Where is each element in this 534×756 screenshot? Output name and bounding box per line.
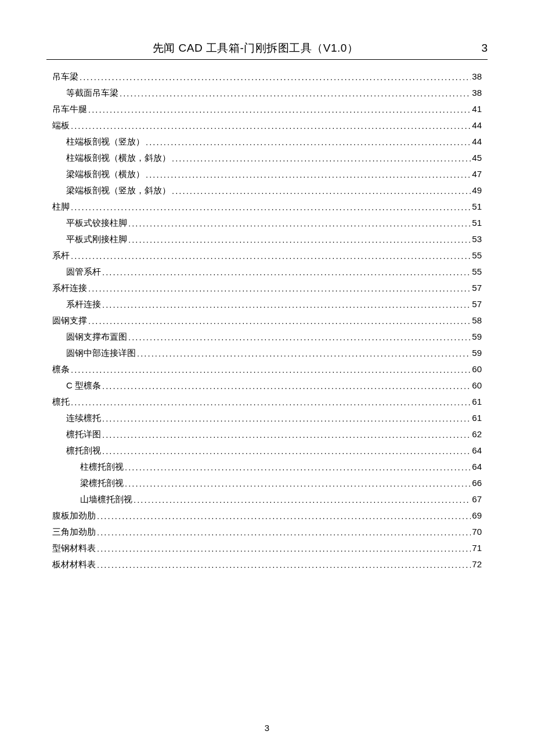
toc-entry[interactable]: 檩条60 bbox=[52, 363, 482, 375]
toc-entry[interactable]: 檩托详图62 bbox=[52, 428, 482, 440]
toc-leader-dots bbox=[88, 103, 471, 116]
toc-leader-dots bbox=[102, 412, 471, 424]
toc-entry[interactable]: 檩托剖视64 bbox=[52, 444, 482, 456]
toc-leader-dots bbox=[102, 380, 471, 392]
toc-leader-dots bbox=[120, 87, 471, 99]
toc-leader-dots bbox=[125, 477, 471, 489]
toc-entry-label: C 型檩条 bbox=[66, 379, 101, 391]
toc-entry-page: 71 bbox=[472, 542, 482, 554]
toc-entry[interactable]: 吊车牛腿41 bbox=[52, 103, 482, 115]
header-title: 先闻 CAD 工具箱-门刚拆图工具（V1.0） bbox=[46, 41, 464, 56]
toc-entry[interactable]: 梁端板剖视（竖放，斜放）49 bbox=[52, 184, 482, 196]
toc-entry[interactable]: 平板式刚接柱脚53 bbox=[52, 233, 482, 245]
toc-entry[interactable]: 梁檩托剖视66 bbox=[52, 477, 482, 489]
toc-leader-dots bbox=[128, 233, 471, 246]
toc-entry[interactable]: 等截面吊车梁38 bbox=[52, 87, 482, 99]
toc-leader-dots bbox=[97, 542, 471, 555]
toc-entry[interactable]: 柱端板剖视（横放，斜放）45 bbox=[52, 152, 482, 164]
toc-leader-dots bbox=[125, 461, 471, 473]
toc-entry-page: 44 bbox=[472, 135, 482, 147]
toc-entry-label: 吊车牛腿 bbox=[52, 103, 87, 115]
toc-entry[interactable]: 圆钢支撑58 bbox=[52, 314, 482, 326]
toc-entry-page: 61 bbox=[472, 395, 482, 408]
toc-entry-label: 圆钢中部连接详图 bbox=[66, 347, 136, 359]
toc-entry[interactable]: C 型檩条60 bbox=[52, 379, 482, 391]
toc-entry-page: 64 bbox=[472, 460, 482, 473]
toc-leader-dots bbox=[102, 445, 471, 457]
toc-entry[interactable]: 梁端板剖视（横放）47 bbox=[52, 168, 482, 180]
toc-entry-label: 吊车梁 bbox=[52, 70, 78, 82]
table-of-contents: 吊车梁38等截面吊车梁38吊车牛腿41端板44柱端板剖视（竖放）44柱端板剖视（… bbox=[46, 70, 488, 570]
toc-entry-page: 53 bbox=[472, 233, 482, 245]
toc-entry-page: 45 bbox=[472, 152, 482, 164]
toc-entry-label: 圆管系杆 bbox=[66, 265, 101, 278]
toc-entry[interactable]: 檩托61 bbox=[52, 395, 482, 408]
toc-leader-dots bbox=[102, 429, 471, 441]
toc-entry-label: 檩托剖视 bbox=[66, 444, 101, 456]
toc-entry[interactable]: 板材材料表72 bbox=[52, 558, 482, 570]
toc-entry-label: 梁端板剖视（竖放，斜放） bbox=[66, 184, 171, 196]
toc-leader-dots bbox=[80, 71, 471, 83]
toc-leader-dots bbox=[71, 120, 471, 132]
toc-entry-page: 58 bbox=[472, 314, 482, 326]
toc-entry-label: 端板 bbox=[52, 119, 70, 131]
toc-entry[interactable]: 吊车梁38 bbox=[52, 70, 482, 82]
toc-leader-dots bbox=[88, 282, 471, 294]
toc-leader-dots bbox=[71, 201, 471, 213]
toc-entry[interactable]: 柱脚51 bbox=[52, 200, 482, 213]
toc-entry[interactable]: 平板式铰接柱脚51 bbox=[52, 217, 482, 229]
toc-entry-page: 57 bbox=[472, 282, 482, 294]
header-page-number: 3 bbox=[464, 42, 488, 55]
toc-leader-dots bbox=[71, 250, 471, 262]
toc-leader-dots bbox=[71, 396, 471, 408]
toc-entry[interactable]: 柱檩托剖视64 bbox=[52, 460, 482, 473]
toc-entry-page: 69 bbox=[472, 509, 482, 521]
toc-entry-page: 41 bbox=[472, 103, 482, 115]
toc-entry[interactable]: 圆钢中部连接详图59 bbox=[52, 347, 482, 359]
toc-entry[interactable]: 端板44 bbox=[52, 119, 482, 131]
toc-entry-label: 檩条 bbox=[52, 363, 70, 375]
toc-entry-label: 圆钢支撑 bbox=[52, 314, 87, 326]
toc-entry[interactable]: 腹板加劲肋69 bbox=[52, 509, 482, 521]
toc-entry-label: 平板式铰接柱脚 bbox=[66, 217, 127, 229]
toc-entry-page: 38 bbox=[472, 70, 482, 82]
toc-entry-page: 38 bbox=[472, 87, 482, 99]
toc-entry[interactable]: 柱端板剖视（竖放）44 bbox=[52, 135, 482, 147]
toc-entry-page: 70 bbox=[472, 525, 482, 538]
toc-entry[interactable]: 系杆连接57 bbox=[52, 298, 482, 310]
toc-entry-page: 60 bbox=[472, 379, 482, 391]
toc-entry-label: 梁端板剖视（横放） bbox=[66, 168, 145, 180]
toc-entry[interactable]: 圆管系杆55 bbox=[52, 265, 482, 278]
toc-entry-page: 64 bbox=[472, 444, 482, 456]
toc-entry-page: 55 bbox=[472, 265, 482, 278]
toc-leader-dots bbox=[172, 152, 471, 164]
toc-entry[interactable]: 三角加劲肋70 bbox=[52, 525, 482, 538]
toc-leader-dots bbox=[88, 315, 471, 327]
toc-entry-page: 60 bbox=[472, 363, 482, 375]
toc-entry-label: 腹板加劲肋 bbox=[52, 509, 96, 521]
toc-entry-label: 等截面吊车梁 bbox=[66, 87, 118, 99]
toc-entry[interactable]: 连续檩托61 bbox=[52, 412, 482, 424]
toc-entry[interactable]: 型钢材料表71 bbox=[52, 542, 482, 554]
toc-entry-page: 51 bbox=[472, 217, 482, 229]
toc-entry-label: 圆钢支撑布置图 bbox=[66, 330, 127, 343]
toc-leader-dots bbox=[97, 559, 471, 571]
toc-entry[interactable]: 圆钢支撑布置图59 bbox=[52, 330, 482, 343]
toc-entry-page: 51 bbox=[472, 200, 482, 213]
toc-entry-label: 系杆连接 bbox=[66, 298, 101, 310]
toc-leader-dots bbox=[146, 136, 471, 148]
toc-entry-page: 72 bbox=[472, 558, 482, 570]
toc-entry-page: 61 bbox=[472, 412, 482, 424]
toc-leader-dots bbox=[134, 494, 471, 506]
toc-entry-page: 49 bbox=[472, 184, 482, 196]
toc-entry-page: 59 bbox=[472, 330, 482, 343]
toc-entry[interactable]: 系杆连接57 bbox=[52, 282, 482, 294]
toc-entry-label: 系杆 bbox=[52, 249, 70, 261]
footer-page-number: 3 bbox=[0, 723, 534, 733]
toc-entry[interactable]: 山墙檩托剖视67 bbox=[52, 493, 482, 505]
toc-entry[interactable]: 系杆55 bbox=[52, 249, 482, 261]
page-header: 先闻 CAD 工具箱-门刚拆图工具（V1.0） 3 bbox=[46, 41, 488, 60]
toc-leader-dots bbox=[102, 266, 471, 278]
toc-entry-page: 66 bbox=[472, 477, 482, 489]
toc-entry-label: 柱端板剖视（横放，斜放） bbox=[66, 152, 171, 164]
